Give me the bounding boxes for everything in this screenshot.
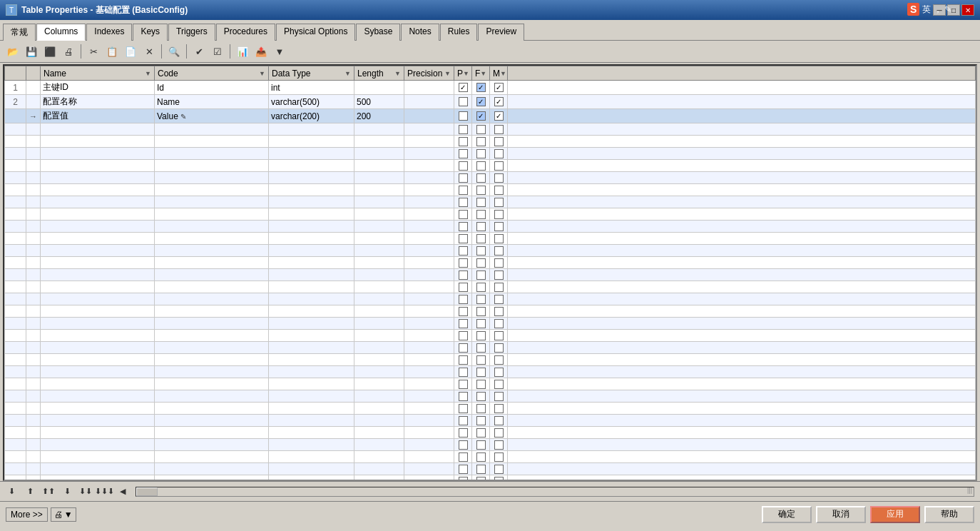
table-row[interactable] [5,330,976,342]
tb-check-button[interactable]: ✔ [190,44,208,59]
tab-keys[interactable]: Keys [133,24,168,41]
m-checkbox[interactable] [494,97,504,106]
tb-paste-button[interactable]: 📄 [122,44,139,59]
tb-print-button[interactable]: 🖨 [60,44,77,59]
table-row[interactable]: 2 配置名称 Name varchar(500) 500 [5,95,976,109]
tb-open-button[interactable]: 📂 [4,44,21,59]
row-code[interactable]: Value ✎ [155,109,269,123]
table-row[interactable] [5,172,976,184]
row-name[interactable]: 配置名称 [41,95,155,109]
table-row[interactable] [5,221,976,233]
row-length[interactable]: 500 [354,95,404,109]
table-row[interactable] [5,342,976,354]
apply-button[interactable]: 应用 [870,506,920,523]
table-row[interactable]: 1 主键ID Id int [5,81,976,95]
print-dropdown-icon[interactable]: ▼ [64,510,73,520]
table-row[interactable] [5,233,976,245]
p-checkbox[interactable] [459,125,468,134]
help-button[interactable]: 帮助 [924,506,974,523]
row-m[interactable] [490,95,508,109]
table-row[interactable] [5,148,976,160]
datatype-sort-icon[interactable]: ▼ [344,70,351,77]
tb-cut-button[interactable]: ✂ [85,44,102,59]
table-row[interactable] [5,160,976,172]
p-checkbox[interactable] [459,83,468,92]
col-header-f[interactable]: F ▼ [472,66,490,81]
nav-bottom-button[interactable]: ⬇⬇ [77,484,94,500]
nav-first-button[interactable]: ⬇ [3,484,20,500]
table-row[interactable] [5,305,976,318]
p-sort-icon[interactable]: ▼ [463,70,469,77]
table-row[interactable] [5,390,976,403]
table-row[interactable] [5,366,976,378]
length-sort-icon[interactable]: ▼ [394,70,401,77]
table-row[interactable] [5,245,976,257]
table-row[interactable] [5,415,976,427]
row-p[interactable] [454,109,472,123]
table-row[interactable] [5,196,976,208]
tab-preview[interactable]: Preview [478,24,524,41]
table-row[interactable] [5,403,976,415]
table-row[interactable] [5,475,976,482]
row-datatype[interactable]: varchar(200) [269,109,354,123]
cancel-button[interactable]: 取消 [816,506,866,523]
tab-regular[interactable]: 常规 [3,24,36,41]
m-checkbox[interactable] [494,83,504,92]
table-row[interactable] [5,378,976,390]
row-f[interactable] [472,109,490,123]
tab-triggers[interactable]: Triggers [168,24,215,41]
name-sort-icon[interactable]: ▼ [145,70,151,77]
table-row[interactable] [5,208,976,221]
tb-copy2-button[interactable]: 📋 [103,44,121,59]
table-row[interactable] [5,269,976,281]
tb-find-button[interactable]: 🔍 [165,44,183,59]
table-row[interactable] [5,427,976,439]
more-button[interactable]: More >> [6,507,48,522]
table-row[interactable] [5,293,976,305]
nav-down-button[interactable]: ⬇ [58,484,76,500]
print-button[interactable]: 🖨 ▼ [51,507,76,522]
f-sort-icon[interactable]: ▼ [480,70,486,77]
nav-top-button[interactable]: ⬆⬆ [40,484,57,500]
col-header-code[interactable]: Code ▼ [155,66,269,81]
tab-indexes[interactable]: Indexes [86,24,132,41]
grid-scroll[interactable]: Name ▼ Code ▼ Data Type ▼ [3,64,977,481]
col-header-datatype[interactable]: Data Type ▼ [269,66,354,81]
f-checkbox[interactable] [476,97,486,106]
tb-save-button[interactable]: 💾 [23,44,40,59]
tab-sybase[interactable]: Sybase [356,24,400,41]
f-checkbox[interactable] [476,111,486,121]
row-f[interactable] [472,81,490,95]
row-p[interactable] [454,95,472,109]
p-checkbox[interactable] [459,111,468,121]
col-header-length[interactable]: Length ▼ [354,66,404,81]
nav-last-button[interactable]: ⬇⬇⬇ [96,484,113,500]
row-m[interactable] [490,81,508,95]
row-f[interactable] [472,95,490,109]
row-name[interactable]: 配置值 [41,109,155,123]
row-name[interactable]: 主键ID [41,81,155,95]
tab-rules[interactable]: Rules [440,24,478,41]
table-row[interactable] [5,463,976,475]
col-header-m[interactable]: M ▼ [490,66,508,81]
row-precision[interactable] [404,81,454,95]
f-checkbox[interactable] [476,83,486,92]
m-sort-icon[interactable]: ▼ [500,70,506,77]
table-row[interactable] [5,451,976,463]
table-row[interactable] [5,318,976,330]
tab-procedures[interactable]: Procedures [216,24,275,41]
row-length[interactable] [354,81,404,95]
row-code[interactable]: Name [155,95,269,109]
tab-columns[interactable]: Columns [36,24,86,41]
tb-chart-button[interactable]: 📊 [234,44,251,59]
row-precision[interactable] [404,109,454,123]
code-sort-icon[interactable]: ▼ [259,70,265,77]
confirm-button[interactable]: 确定 [762,506,812,523]
col-header-precision[interactable]: Precision ▼ [404,66,454,81]
h-scrollbar[interactable]: ||| [136,487,974,497]
row-precision[interactable] [404,95,454,109]
row-datatype[interactable]: int [269,81,354,95]
tab-notes[interactable]: Notes [401,24,439,41]
close-button[interactable]: ✕ [961,4,974,16]
tb-export-button[interactable]: 📤 [252,44,270,59]
